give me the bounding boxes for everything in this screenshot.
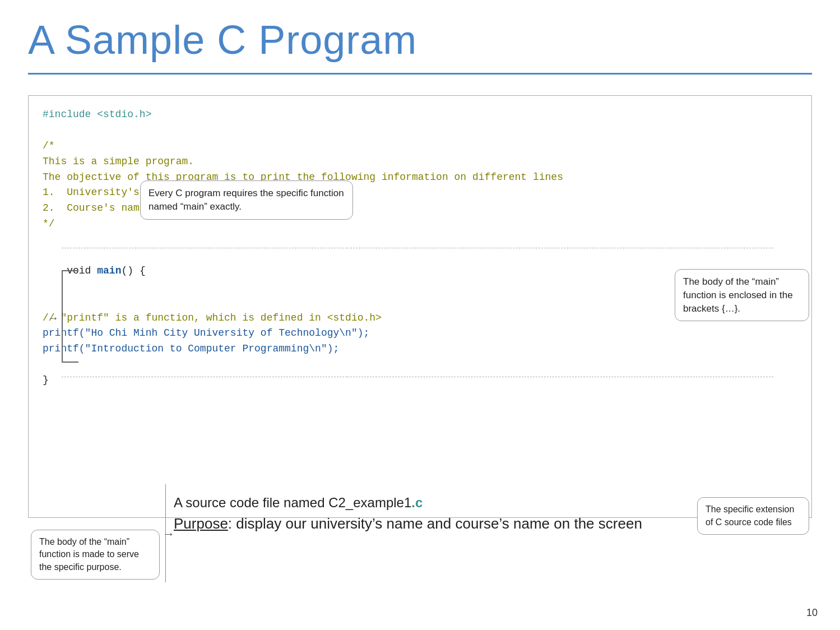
purpose-line: Purpose: display our university’s name a… [174, 515, 642, 532]
code-closing: } [43, 373, 797, 388]
callout-ext-text: The specific extension of C source code … [706, 504, 794, 526]
callout-body-text: The body of the “main” function is enclo… [683, 276, 793, 314]
bracket-bottom-right [347, 377, 773, 377]
code-comment1: This is a simple program. [43, 154, 797, 170]
filename-text: A source code file named C2_example1 [174, 495, 411, 510]
bracket-bottom-line [62, 377, 347, 377]
title-underline [28, 73, 812, 75]
callout-body-purpose: The body of the “main” function is made … [31, 530, 160, 580]
code-include: #include <stdio.h> [43, 107, 797, 123]
callout-body-brackets: The body of the “main” function is enclo… [675, 269, 809, 321]
body-left-bracket [62, 270, 78, 363]
callout-ext-note: The specific extension of C source code … [697, 497, 809, 535]
code-blank1 [43, 123, 797, 138]
purpose-label: Purpose [174, 515, 228, 532]
code-blank4 [43, 357, 797, 373]
callout-main-function: Every C program requires the specific fu… [140, 180, 353, 220]
code-printf2: printf("Introduction to Computer Program… [43, 341, 797, 357]
code-blank2 [43, 232, 797, 248]
code-comment-start: /* [43, 138, 797, 154]
arrow-into-body: → [48, 312, 59, 325]
purpose-text: : display our university’s name and cour… [228, 515, 642, 532]
bracket-top-line [62, 248, 347, 248]
filename-ext: .c [411, 495, 423, 510]
filename-area: A source code file named C2_example1.c P… [174, 493, 642, 535]
page-number: 10 [806, 607, 818, 619]
code-printf1: printf("Ho Chi Minh City University of T… [43, 326, 797, 341]
arrow-to-purpose: → [163, 527, 175, 541]
callout-body-purpose-text: The body of the “main” function is made … [39, 537, 139, 572]
bracket-top-right [347, 248, 773, 248]
slide-title: A Sample C Program [28, 17, 417, 63]
callout-main-text: Every C program requires the specific fu… [148, 188, 344, 212]
bottom-divider-line [165, 484, 166, 582]
